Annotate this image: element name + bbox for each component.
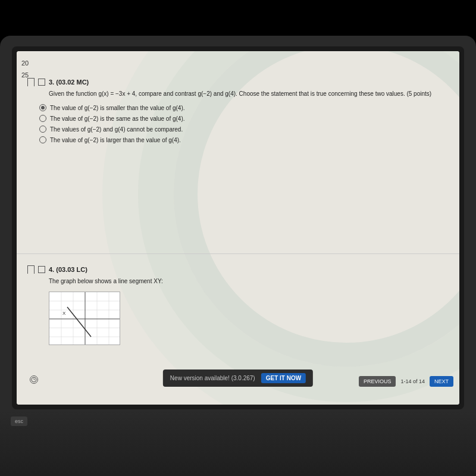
screen-bezel: 20 25 3. (03.02 MC) Given the function g… <box>12 46 464 409</box>
option-d[interactable]: The value of g(−2) is larger than the va… <box>39 136 453 143</box>
question-3-section: 3. (03.02 MC) Given the function g(x) = … <box>27 78 453 147</box>
option-b[interactable]: The value of g(−2) is the same as the va… <box>39 115 453 122</box>
question-4-label: 4. (03.03 LC) <box>49 266 87 273</box>
svg-text:X: X <box>62 311 66 316</box>
left-numbers: 20 25 <box>21 57 29 81</box>
radio-d[interactable] <box>39 136 46 143</box>
section-divider <box>17 253 459 254</box>
keyboard-area: esc <box>0 411 476 476</box>
page-info: 1-14 of 14 <box>398 378 427 384</box>
graph-svg: X <box>49 292 120 345</box>
question-3-header: 3. (03.02 MC) <box>27 78 453 86</box>
option-d-text: The value of g(−2) is larger than the va… <box>50 137 181 143</box>
radio-a[interactable] <box>39 104 46 111</box>
esc-key[interactable]: esc <box>11 416 27 426</box>
question-4-header: 4. (03.03 LC) <box>27 265 453 274</box>
question-3-label: 3. (03.02 MC) <box>49 79 89 86</box>
option-c[interactable]: The values of g(−2) and g(4) cannot be c… <box>39 126 453 133</box>
option-a-text: The value of g(−2) is smaller than the v… <box>50 105 185 111</box>
bookmark-icon-q4 <box>27 265 35 274</box>
question-4-section: 4. (03.03 LC) The graph below shows a li… <box>27 265 453 345</box>
question-4-text: The graph below shows a line segment XY: <box>49 277 453 286</box>
radio-b[interactable] <box>39 115 46 122</box>
laptop-outer: 20 25 3. (03.02 MC) Given the function g… <box>0 36 476 452</box>
clock-icon <box>30 375 38 384</box>
content-area: 20 25 3. (03.02 MC) Given the function g… <box>17 51 459 405</box>
next-button[interactable]: NEXT <box>430 376 453 387</box>
question-3-text: Given the function g(x) = −3x + 4, compa… <box>49 89 453 98</box>
bookmark-icon <box>27 78 35 86</box>
graph-area: X <box>49 292 120 345</box>
clock-svg <box>31 377 37 383</box>
svg-line-12 <box>67 307 91 337</box>
option-a[interactable]: The value of g(−2) is smaller than the v… <box>39 104 453 111</box>
notification-bar: New version available! (3.0.267) GET IT … <box>163 369 313 387</box>
screen: 20 25 3. (03.02 MC) Given the function g… <box>17 51 459 405</box>
radio-c[interactable] <box>39 126 46 133</box>
checkbox-icon-q4 <box>38 266 45 273</box>
option-c-text: The values of g(−2) and g(4) cannot be c… <box>50 126 183 133</box>
option-b-text: The value of g(−2) is the same as the va… <box>50 115 185 122</box>
navigation-bar: PREVIOUS 1-14 of 14 NEXT <box>359 376 453 387</box>
previous-button[interactable]: PREVIOUS <box>359 376 396 387</box>
clock-icon-area <box>30 375 39 385</box>
get-it-now-button[interactable]: GET IT NOW <box>261 373 306 383</box>
checkbox-icon <box>38 79 45 86</box>
number-20: 20 <box>21 57 29 69</box>
notification-text: New version available! (3.0.267) <box>170 375 255 381</box>
